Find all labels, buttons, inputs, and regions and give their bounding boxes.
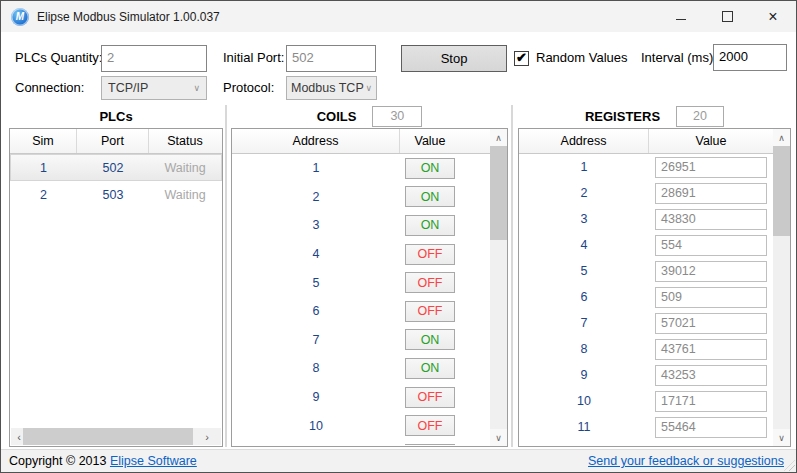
register-address-cell: 10 <box>519 394 649 408</box>
table-row[interactable]: 2503Waiting <box>10 181 222 208</box>
column-header-address[interactable]: Address <box>232 129 400 153</box>
coil-value-cell: ON <box>400 158 460 179</box>
table-row[interactable]: 1502Waiting <box>10 154 222 181</box>
interval-label: Interval (ms): <box>641 45 717 71</box>
scroll-up-icon[interactable]: ∧ <box>773 129 790 146</box>
copyright: Copyright © 2013 Elipse Software <box>9 454 197 468</box>
register-value-input[interactable]: 57021 <box>655 313 767 334</box>
register-value-input[interactable]: 43253 <box>655 365 767 386</box>
coil-toggle-button[interactable]: OFF <box>405 244 455 265</box>
register-value-cell: 509 <box>649 287 773 308</box>
random-values-checkbox[interactable]: ✔ <box>514 51 529 66</box>
register-value-cell: 17171 <box>649 391 773 412</box>
coil-toggle-button[interactable]: OFF <box>405 387 455 408</box>
stop-button[interactable]: Stop <box>401 45 507 72</box>
coil-address-cell: 8 <box>232 361 400 375</box>
connection-value: TCP/IP <box>108 81 148 95</box>
column-header-status[interactable]: Status <box>149 129 221 153</box>
register-value-input[interactable]: 28691 <box>655 183 767 204</box>
protocol-select[interactable]: Modbus TCP ∨ <box>286 76 377 100</box>
table-row: 126951 <box>519 154 773 180</box>
coils-count-input[interactable]: 30 <box>372 106 422 127</box>
initial-port-label: Initial Port: <box>223 45 284 71</box>
register-value-input[interactable]: 43761 <box>655 339 767 360</box>
vertical-scrollbar[interactable]: ∧ ∨ <box>773 129 790 446</box>
initial-port-input[interactable]: 502 <box>286 45 376 72</box>
coil-toggle-button[interactable]: ON <box>405 329 455 350</box>
registers-count-input[interactable]: 20 <box>676 106 724 127</box>
table-row: 7ON <box>232 326 490 355</box>
scrollbar-thumb[interactable] <box>23 428 193 445</box>
register-address-cell: 7 <box>519 316 649 330</box>
register-value-input[interactable]: 55464 <box>655 417 767 438</box>
column-header-address[interactable]: Address <box>519 129 649 153</box>
minimize-button[interactable] <box>658 1 704 32</box>
plcs-table-header: Sim Port Status <box>10 129 222 154</box>
table-row: 1155464 <box>519 414 773 440</box>
register-value-input[interactable]: 26951 <box>655 157 767 178</box>
register-value-input[interactable]: 43830 <box>655 209 767 230</box>
coil-address-cell: 3 <box>232 218 400 232</box>
plc-status-cell: Waiting <box>149 188 221 202</box>
coils-table-header: Address Value <box>232 129 490 154</box>
table-row: 4554 <box>519 232 773 258</box>
vertical-scrollbar[interactable]: ∧ ∨ <box>490 129 507 446</box>
connection-select[interactable]: TCP/IP ∨ <box>101 76 207 100</box>
coil-toggle-button[interactable]: OFF <box>405 301 455 322</box>
scroll-right-icon[interactable]: › <box>199 428 215 445</box>
scroll-up-icon[interactable]: ∧ <box>490 129 507 146</box>
panel-splitter[interactable] <box>225 105 227 447</box>
coil-toggle-button[interactable]: ON <box>405 358 455 379</box>
close-button[interactable]: × <box>750 1 796 32</box>
plcs-quantity-label: PLCs Quantity: <box>15 45 102 71</box>
coil-value-cell <box>400 444 460 445</box>
coil-address-cell: 4 <box>232 247 400 261</box>
maximize-button[interactable] <box>704 1 750 32</box>
register-value-input[interactable]: 39012 <box>655 261 767 282</box>
register-address-cell: 8 <box>519 342 649 356</box>
coil-toggle-button[interactable]: ON <box>405 158 455 179</box>
coil-address-cell: 7 <box>232 333 400 347</box>
register-address-cell: 6 <box>519 290 649 304</box>
register-value-input[interactable]: 509 <box>655 287 767 308</box>
coil-value-cell: OFF <box>400 244 460 265</box>
elipse-software-link[interactable]: Elipse Software <box>110 454 197 468</box>
interval-input[interactable]: 2000 <box>713 44 787 71</box>
column-header-sim[interactable]: Sim <box>10 129 77 153</box>
column-header-value[interactable]: Value <box>400 129 460 153</box>
plc-status-cell: Waiting <box>149 161 221 175</box>
coil-toggle-button[interactable]: ON <box>405 186 455 207</box>
table-row: 10OFF <box>232 411 490 440</box>
register-value-cell: 39012 <box>649 261 773 282</box>
window-title: Elipse Modbus Simulator 1.00.037 <box>37 10 220 24</box>
coil-value-cell: ON <box>400 358 460 379</box>
coil-toggle-button[interactable]: OFF <box>405 272 455 293</box>
title-bar[interactable]: M Elipse Modbus Simulator 1.00.037 × <box>1 1 796 32</box>
app-logo-icon: M <box>11 8 29 26</box>
coil-toggle-button[interactable] <box>405 444 455 445</box>
plc-port-cell: 503 <box>77 188 149 202</box>
register-value-input[interactable]: 17171 <box>655 391 767 412</box>
feedback-link[interactable]: Send your feedback or suggestions <box>588 454 784 468</box>
scrollbar-thumb[interactable] <box>490 146 507 240</box>
scrollbar-thumb[interactable] <box>773 146 790 236</box>
column-header-value[interactable]: Value <box>649 129 773 153</box>
plcs-quantity-input[interactable]: 2 <box>101 45 207 72</box>
horizontal-scrollbar[interactable]: ‹ › <box>11 428 221 445</box>
panel-splitter[interactable] <box>511 105 513 447</box>
coil-toggle-button[interactable]: OFF <box>405 415 455 436</box>
coil-toggle-button[interactable]: ON <box>405 215 455 236</box>
copyright-text: Copyright © 2013 <box>9 454 106 468</box>
plcs-table: Sim Port Status 1502Waiting2503Waiting ‹… <box>9 128 223 447</box>
register-address-cell: 4 <box>519 238 649 252</box>
coil-value-cell: ON <box>400 186 460 207</box>
coil-value-cell: ON <box>400 329 460 350</box>
coil-value-cell: OFF <box>400 415 460 436</box>
register-value-cell: 57021 <box>649 313 773 334</box>
scroll-down-icon[interactable]: ∨ <box>773 429 790 446</box>
register-address-cell: 3 <box>519 212 649 226</box>
coil-value-cell: ON <box>400 215 460 236</box>
column-header-port[interactable]: Port <box>77 129 149 153</box>
register-value-input[interactable]: 554 <box>655 235 767 256</box>
scroll-down-icon[interactable]: ∨ <box>490 429 507 446</box>
